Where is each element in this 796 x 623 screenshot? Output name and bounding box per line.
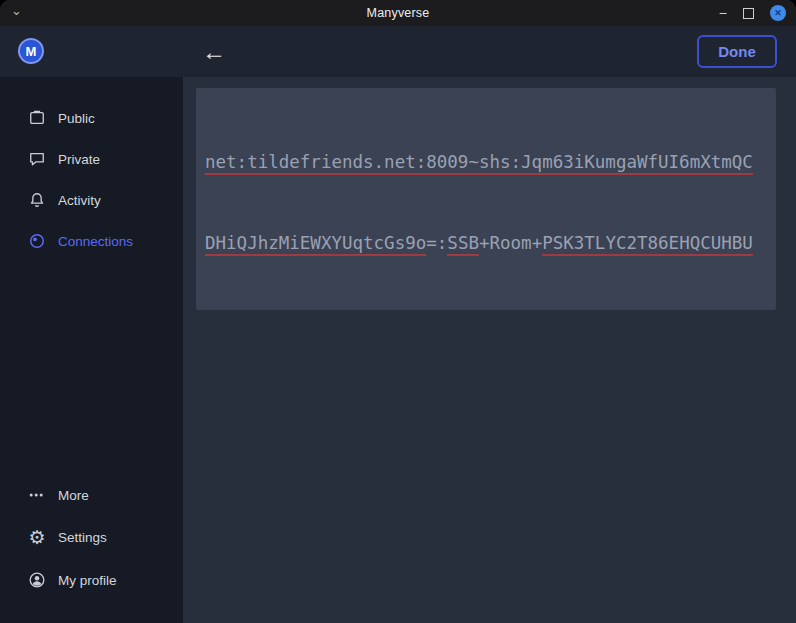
main-content: net:tildefriends.net:8009~shs:Jqm63iKumg… xyxy=(183,77,796,623)
dots-horizontal-icon xyxy=(27,485,47,505)
invite-text-line: DHiQJhzMiEWXYUqtcGs9o=:SSB+Room+PSK3TLYC… xyxy=(205,230,767,257)
sidebar-item-connections[interactable]: Connections xyxy=(0,221,183,261)
logo-letter: M xyxy=(26,44,37,59)
invite-text-segment: SSB xyxy=(447,233,479,256)
invite-text-segment: DHiQJhzMiEWXYUqtcGs9o xyxy=(205,233,426,256)
invite-text-segment: net:tildefriends.net:8009~shs:Jqm63iKumg… xyxy=(205,152,753,175)
minimize-button[interactable]: − xyxy=(719,6,727,20)
back-arrow-icon[interactable]: ← xyxy=(202,39,226,63)
invite-text-segment: PSK3TLYC2T86EHQCUHBU xyxy=(542,233,753,256)
sidebar-item-label: Connections xyxy=(58,234,133,249)
manyverse-logo: M xyxy=(18,38,44,64)
sidebar-item-private[interactable]: Private xyxy=(0,139,183,179)
sidebar-item-label: Private xyxy=(58,152,100,167)
titlebar: ⌄ Manyverse − ✕ xyxy=(0,0,796,26)
bulletin-board-icon xyxy=(27,108,47,128)
sidebar: Public Private Activity xyxy=(0,77,183,623)
sidebar-item-label: Activity xyxy=(58,193,101,208)
done-button[interactable]: Done xyxy=(697,35,777,68)
window-title: Manyverse xyxy=(367,6,430,20)
restore-icon xyxy=(743,8,754,19)
sidebar-item-public[interactable]: Public xyxy=(0,98,183,138)
close-button[interactable]: ✕ xyxy=(770,5,786,21)
sidebar-item-more[interactable]: More xyxy=(0,475,183,515)
swarm-icon xyxy=(27,231,47,251)
account-circle-icon xyxy=(27,570,47,590)
invite-text-segment: +Room+ xyxy=(479,233,542,253)
app-window: ⌄ Manyverse − ✕ M ← Done Public xyxy=(0,0,796,623)
bell-icon xyxy=(27,190,47,210)
restore-button[interactable] xyxy=(743,8,754,19)
invite-text-line: net:tildefriends.net:8009~shs:Jqm63iKumg… xyxy=(205,149,767,176)
sidebar-item-activity[interactable]: Activity xyxy=(0,180,183,220)
sidebar-item-label: My profile xyxy=(58,573,117,588)
invite-text-segment: =: xyxy=(426,233,447,253)
app-header: M ← Done xyxy=(0,26,796,77)
sidebar-item-label: More xyxy=(58,488,89,503)
sidebar-item-label: Public xyxy=(58,111,95,126)
sidebar-item-label: Settings xyxy=(58,530,107,545)
sidebar-item-settings[interactable]: ⚙ Settings xyxy=(0,517,183,557)
window-controls: − ✕ xyxy=(719,0,786,26)
sidebar-item-my-profile[interactable]: My profile xyxy=(0,560,183,600)
chevron-down-icon[interactable]: ⌄ xyxy=(11,4,22,17)
message-bubble-icon xyxy=(27,149,47,169)
gear-icon: ⚙ xyxy=(27,527,47,547)
invite-code-input[interactable]: net:tildefriends.net:8009~shs:Jqm63iKumg… xyxy=(196,88,776,310)
